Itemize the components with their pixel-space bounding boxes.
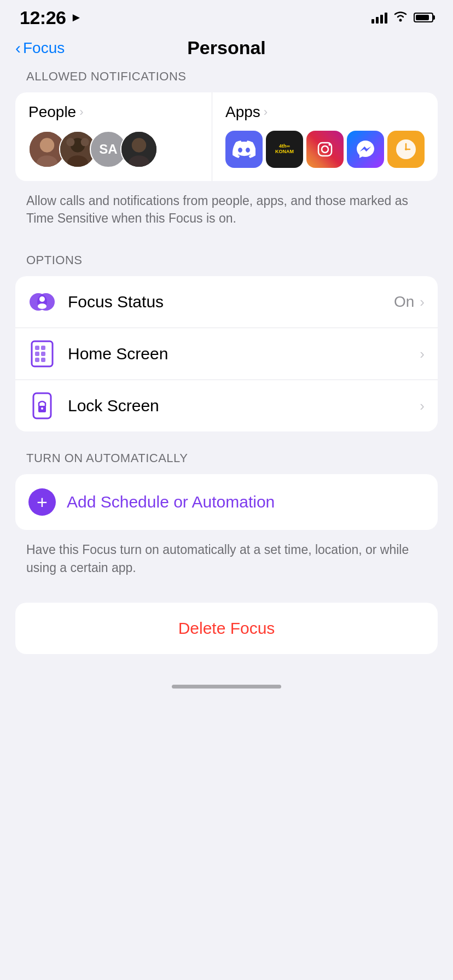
people-avatars: SA [28,131,199,168]
options-section: OPTIONS Focus Status On › [15,253,438,431]
focus-status-value: On [394,293,414,311]
options-card: Focus Status On › [15,276,438,431]
svg-point-13 [322,146,328,153]
status-time: 12:26 [20,7,66,28]
delete-focus-label: Delete Focus [178,619,275,638]
signal-bars [371,11,387,24]
notifications-description: Allow calls and notifications from peopl… [15,185,438,234]
app-icon-yugioh: 4th∞KONAM [266,131,303,168]
wifi-icon [393,10,408,25]
back-chevron-icon: ‹ [15,40,21,56]
svg-rect-27 [41,352,45,356]
focus-status-icon [28,288,56,316]
automation-section: TURN ON AUTOMATICALLY + Add Schedule or … [15,451,438,582]
back-label: Focus [23,39,65,57]
svg-point-8 [81,138,89,146]
home-screen-row[interactable]: Home Screen › [15,328,438,380]
home-screen-icon [28,340,56,368]
page-title: Personal [187,37,266,59]
app-icon-instagram [306,131,344,168]
automation-label: TURN ON AUTOMATICALLY [15,451,438,465]
svg-point-18 [405,148,407,150]
svg-rect-26 [35,352,39,356]
nav-bar: ‹ Focus Personal [0,31,453,65]
app-icon-discord [225,131,263,168]
svg-point-22 [38,304,47,309]
svg-rect-28 [35,358,39,362]
svg-point-0 [399,19,402,22]
delete-focus-card[interactable]: Delete Focus [15,603,438,654]
location-icon: ► [70,10,82,25]
people-chevron-icon: › [79,105,83,119]
delete-focus-button[interactable]: Delete Focus [15,603,438,654]
delete-section: Delete Focus [15,603,438,654]
svg-point-21 [39,296,45,302]
svg-point-14 [329,144,331,146]
battery-icon [414,13,433,22]
home-screen-chevron-icon: › [420,346,425,363]
lock-screen-chevron-icon: › [420,398,425,415]
app-icons: 4th∞KONAM [225,131,425,168]
svg-rect-25 [41,346,45,350]
lock-screen-label: Lock Screen [68,396,420,415]
people-label: People [28,103,76,121]
apps-label: Apps [225,103,260,121]
allowed-notifications-section: ALLOWED NOTIFICATIONS People › [15,69,438,234]
add-schedule-row[interactable]: + Add Schedule or Automation [15,474,438,530]
add-schedule-card[interactable]: + Add Schedule or Automation [15,474,438,530]
people-card[interactable]: People › [15,92,212,181]
content: ALLOWED NOTIFICATIONS People › [0,69,453,654]
svg-rect-24 [35,346,39,350]
apps-chevron-icon: › [264,105,268,119]
add-icon: + [28,488,56,516]
svg-point-10 [132,138,146,152]
status-bar: 12:26 ► [0,0,453,31]
svg-point-7 [66,138,74,146]
back-button[interactable]: ‹ Focus [15,39,65,57]
focus-status-row[interactable]: Focus Status On › [15,276,438,328]
add-schedule-label: Add Schedule or Automation [67,493,275,511]
automation-description: Have this Focus turn on automatically at… [15,534,438,582]
status-icons [371,10,433,25]
notifications-card: People › [15,92,438,181]
focus-status-chevron-icon: › [420,294,425,311]
home-bar [172,685,281,689]
apps-card[interactable]: Apps › 4th∞KONAM [212,92,438,181]
lock-screen-icon [28,392,56,419]
options-label: OPTIONS [15,253,438,267]
avatar-person4 [120,131,158,168]
home-indicator [0,676,453,697]
app-icon-clock [387,131,425,168]
allowed-notifications-label: ALLOWED NOTIFICATIONS [15,69,438,84]
svg-point-2 [40,138,54,152]
focus-status-label: Focus Status [68,293,394,311]
svg-point-32 [41,407,43,410]
svg-rect-29 [41,358,45,362]
lock-screen-row[interactable]: Lock Screen › [15,380,438,431]
app-icon-messenger [347,131,384,168]
home-screen-label: Home Screen [68,345,420,363]
